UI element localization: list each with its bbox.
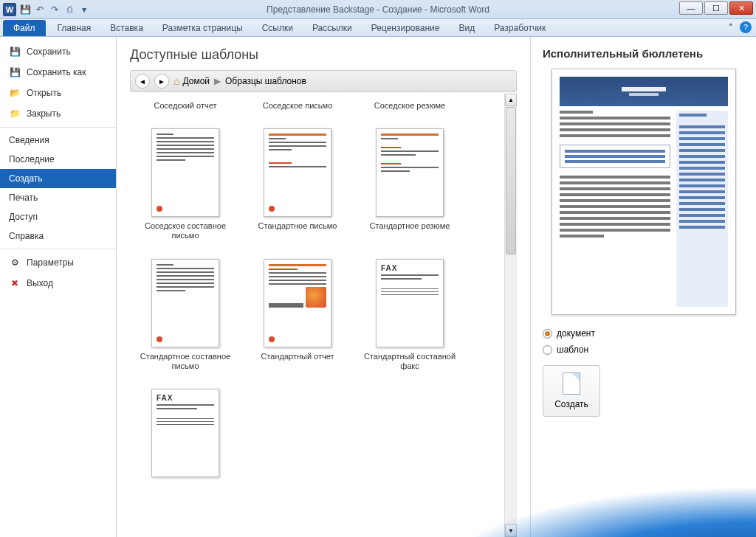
undo-icon[interactable]: ↶ [34,4,46,15]
nav-exit[interactable]: ✖Выход [0,273,116,294]
template-label: Стандартный составной факс [358,352,461,371]
template-item[interactable]: Стандартное письмо [242,128,353,240]
nav-save[interactable]: 💾Сохранить [0,41,116,62]
document-icon [563,373,580,395]
scrollbar: ▲ ▼ [504,94,517,537]
folder-close-icon: 📁 [9,108,21,119]
nav-print[interactable]: Печать [0,188,116,207]
nav-label: Выход [27,278,53,288]
preview-title: Исполнительный бюллетень [543,47,744,60]
quick-access-toolbar: W 💾 ↶ ↷ ⎙ ▾ [0,3,90,16]
templates-heading: Доступные шаблоны [130,47,517,63]
radio-template[interactable]: шаблон [543,344,744,355]
template-thumbnail: FAX [151,389,219,477]
tab-home[interactable]: Главная [50,20,99,36]
nav-info[interactable]: Сведения [0,127,116,150]
file-tab[interactable]: Файл [3,20,46,36]
breadcrumb: ◄ ► ⌂ Домой ▶ Образцы шаблонов [130,70,517,92]
minimize-button[interactable]: — [679,1,703,15]
create-button-label: Создать [554,399,588,409]
tab-references[interactable]: Ссылки [255,20,300,36]
breadcrumb-separator-icon: ▶ [214,76,221,86]
home-icon: ⌂ [173,75,179,87]
nav-label: Сохранить как [27,67,86,77]
template-item[interactable]: Стандартный отчет [242,259,353,371]
titlebar: W 💾 ↶ ↷ ⎙ ▾ Представление Backstage - Со… [0,0,756,19]
redo-icon[interactable]: ↷ [49,4,61,15]
nav-close[interactable]: 📁Закрыть [0,103,116,124]
tab-review[interactable]: Рецензирование [364,20,447,36]
template-item[interactable]: Соседское письмо [242,97,353,111]
template-thumbnail [264,128,331,217]
breadcrumb-home[interactable]: ⌂ Домой [173,75,210,87]
backstage-content: Доступные шаблоны ◄ ► ⌂ Домой ▶ Образцы … [117,37,756,537]
nav-label: Открыть [27,88,61,98]
radio-document[interactable]: документ [543,328,744,339]
template-thumbnail: FAX [376,259,444,347]
template-label: Соседский отчет [154,101,217,111]
qat-customize-icon[interactable]: ▾ [78,4,90,15]
breadcrumb-home-label: Домой [182,76,210,86]
template-label: Соседское составное письмо [134,221,237,240]
window-title: Представление Backstage - Создание - Mic… [0,4,756,15]
template-label: Стандартный отчет [261,352,334,361]
nav-open[interactable]: 📂Открыть [0,83,116,103]
nav-save-as[interactable]: 💾Сохранить как [0,62,116,83]
ribbon-tabs: Файл Главная Вставка Разметка страницы С… [0,19,756,37]
tab-insert[interactable]: Вставка [103,20,151,36]
backstage-nav: 💾Сохранить 💾Сохранить как 📂Открыть 📁Закр… [0,37,117,537]
template-item[interactable]: Стандартное резюме [354,128,465,240]
create-button[interactable]: Создать [543,365,600,417]
radio-label: шаблон [557,344,588,355]
nav-label: Параметры [27,257,74,268]
tab-page-layout[interactable]: Разметка страницы [155,20,250,36]
tab-mailings[interactable]: Рассылки [305,20,360,36]
nav-label: Создать [9,173,43,184]
template-thumbnail [151,259,219,347]
word-app-icon[interactable]: W [3,3,16,16]
breadcrumb-forward-button[interactable]: ► [154,74,169,89]
maximize-button[interactable]: ☐ [704,1,728,15]
template-item[interactable]: Стандартное составное письмо [130,259,241,371]
template-thumbnail [151,128,219,217]
minimize-ribbon-icon[interactable]: ˄ [725,21,737,33]
nav-label: Сведения [9,135,49,145]
nav-label: Сохранить [27,46,71,57]
nav-label: Справка [9,231,44,241]
template-item[interactable]: Соседское составное письмо [130,128,241,240]
save-icon[interactable]: 💾 [19,4,31,15]
template-label: Стандартное резюме [370,221,450,231]
nav-recent[interactable]: Последние [0,150,116,169]
backstage-view: 💾Сохранить 💾Сохранить как 📂Открыть 📁Закр… [0,37,756,537]
tab-view[interactable]: Вид [451,20,482,36]
template-label: Соседское письмо [263,101,333,111]
template-item[interactable]: FAX [130,389,241,482]
nav-share[interactable]: Доступ [0,207,116,226]
save-icon: 💾 [9,46,21,58]
nav-label: Доступ [9,212,38,222]
template-item[interactable]: Соседский отчет [130,97,241,111]
preview-pane: Исполнительный бюллетень [530,37,756,537]
close-button[interactable]: ✕ [729,1,753,15]
help-icon[interactable]: ? [740,21,752,33]
template-label: Стандартное письмо [258,221,337,231]
template-item[interactable]: FAXСтандартный составной факс [354,259,465,371]
template-label: Соседское резюме [374,101,445,111]
template-item[interactable]: Соседское резюме [354,97,465,111]
breadcrumb-back-button[interactable]: ◄ [135,74,150,89]
scroll-thumb[interactable] [506,107,516,254]
nav-new[interactable]: Создать [0,169,116,188]
scroll-down-button[interactable]: ▼ [505,524,517,537]
template-label: Стандартное составное письмо [134,352,237,371]
print-icon[interactable]: ⎙ [63,4,75,15]
nav-help[interactable]: Справка [0,226,116,246]
create-as-group: документ шаблон [543,328,744,355]
nav-label: Закрыть [27,108,61,119]
scroll-up-button[interactable]: ▲ [505,94,517,106]
tab-developer[interactable]: Разработчик [487,20,553,36]
nav-options[interactable]: ⚙Параметры [0,249,116,273]
breadcrumb-current[interactable]: Образцы шаблонов [225,76,306,86]
radio-icon [543,329,552,339]
templates-scroll-area: Соседский отчетСоседское письмоСоседское… [130,94,517,537]
radio-icon [543,345,552,355]
